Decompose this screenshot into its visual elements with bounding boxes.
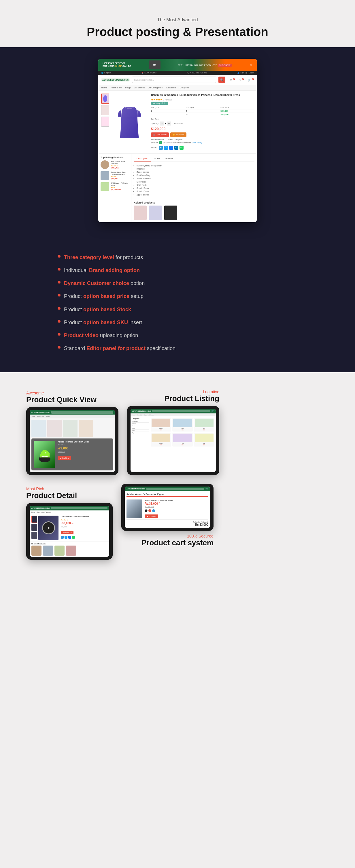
detail-thumb-1[interactable] — [31, 516, 37, 523]
related-item-2[interactable] — [149, 206, 162, 220]
selling-name-3: JMJ Figure - 75 Pirate Island... — [111, 182, 129, 187]
grid-price-4: $65 — [152, 444, 170, 446]
cat-1[interactable]: Electronics — [132, 420, 149, 423]
message-seller-btn[interactable]: Message Seller — [151, 102, 254, 104]
detail-rel-4[interactable] — [66, 546, 76, 556]
nav-blogs[interactable]: Blogs — [125, 86, 131, 89]
highlight-7: Product video — [64, 333, 98, 338]
product-detail-tablet: ACTIVE ECOMMERCE CMS Home > Electronics … — [26, 503, 113, 560]
feature-7: Product video uploading option — [58, 332, 297, 339]
wishlist-icon-group[interactable]: ♡ 0 — [239, 78, 244, 82]
qv-modal-btn[interactable]: ▶ Buy Now — [58, 456, 71, 460]
quick-view-modal: Adidas Running Shoe New Color ★★★★☆ ৳79,… — [31, 438, 113, 470]
share-whatsapp-button[interactable]: W — [179, 146, 183, 150]
color-red[interactable] — [148, 509, 151, 512]
share-linkedin-button[interactable]: in — [174, 146, 178, 150]
bullet-8 — [58, 346, 60, 349]
color-black[interactable] — [145, 509, 148, 512]
cat-5[interactable]: Home — [132, 430, 149, 432]
share-facebook-button[interactable]: f — [169, 146, 173, 150]
buy-now-button[interactable]: ⚡ Buy Now — [170, 132, 186, 137]
quantity-label: Quantity — [151, 122, 158, 124]
quantity-decrease[interactable]: - — [160, 122, 164, 126]
normal-1: for products — [116, 254, 143, 260]
grid-item-3[interactable]: Bag $89 — [194, 418, 214, 432]
grid-item-2[interactable]: Shirt $45 — [172, 418, 193, 432]
search-input[interactable]: I am shopping for... — [132, 76, 216, 83]
cat-3[interactable]: Sports — [132, 425, 149, 427]
nav-coupons[interactable]: Coupons — [180, 86, 189, 89]
share-email-button[interactable]: ✉ — [159, 146, 163, 150]
quick-view-label-small: Awesome — [26, 391, 96, 395]
cart-icon-group[interactable]: 🛒 0 — [248, 78, 254, 82]
share-twitter-button[interactable]: 𝕏 — [164, 146, 168, 150]
cart-item: Adidas Women's D-rose for Figure Rs.33,0… — [126, 498, 208, 520]
detail-thumb-2[interactable] — [31, 524, 37, 531]
detail-share-in[interactable] — [68, 536, 71, 539]
add-to-compare[interactable]: Add to compare — [168, 138, 182, 141]
normal-6b: insert — [129, 319, 142, 325]
header-section: The Most Advanced Product posting & Pres… — [0, 0, 355, 47]
bottom-row: Most Rich Product Detail ACTIVE ECOMMERC… — [26, 484, 329, 560]
search-button[interactable]: 🔍 — [218, 76, 225, 83]
view-policy-link[interactable]: View Policy — [192, 142, 202, 144]
detail-rel-1[interactable] — [31, 546, 41, 556]
quantity-increase[interactable]: + — [167, 122, 171, 126]
nav-all-categories[interactable]: All Categories — [148, 86, 163, 89]
col-min-qty: Min QTY — [151, 106, 184, 108]
product-listing-label-small: Lucrative — [164, 390, 219, 394]
related-item-1[interactable] — [134, 206, 147, 220]
nav-all-brands[interactable]: All Brands — [134, 86, 145, 89]
share-label: Share: — [151, 147, 157, 149]
related-item-3[interactable] — [164, 206, 177, 220]
detail-share-wa[interactable] — [72, 536, 75, 539]
qv-nav: Home Flash Sale Blogs — [30, 414, 115, 418]
cat-4[interactable]: Books — [132, 427, 149, 430]
detail-rel-3[interactable] — [55, 546, 64, 556]
grid-item-4[interactable]: Shoes $65 — [151, 433, 171, 446]
color-blue[interactable] — [152, 509, 155, 512]
add-to-cart-button[interactable]: 🛒 Add to cart — [151, 132, 169, 137]
detail-share-fb[interactable] — [61, 536, 64, 539]
selling-name-1: Nixon Men's Grand Stainless... — [111, 160, 129, 165]
ad-text-left: LIFE ISN'T PERFECT BUT YOUR SHOP CAN BE — [102, 62, 131, 68]
detail-share-tw[interactable] — [64, 536, 67, 539]
grid-item-5[interactable]: T-Shirt $35 — [172, 433, 193, 446]
nav-all-sellers[interactable]: All Sellers — [166, 86, 176, 89]
normal-5a: Product — [64, 307, 83, 312]
thumbnail-1[interactable] — [101, 94, 109, 104]
quick-view-screen: ACTIVE ECOMMERCE CMS Home Flash Sale Blo… — [30, 410, 115, 472]
search-placeholder: I am shopping for... — [134, 79, 154, 81]
nav-flash-sale[interactable]: Flash Sale — [111, 86, 122, 89]
desc-item-7: Crew Neck — [137, 183, 255, 187]
grid-item-6[interactable]: Hat $25 — [194, 433, 214, 446]
row1-price: $ 70,000 — [220, 110, 254, 112]
close-icon[interactable]: ✕ — [249, 63, 253, 67]
normal-4b: setup — [131, 293, 144, 299]
thumbnail-2[interactable] — [101, 105, 109, 115]
thumbnail-3[interactable] — [101, 117, 109, 127]
grid-item-1[interactable]: Watch $120 — [151, 418, 171, 432]
tab-reviews[interactable]: reviews — [162, 156, 176, 161]
compare-icon-group[interactable]: ⚖ 0 — [230, 78, 235, 82]
detail-add-cart-btn[interactable]: Add to Cart — [61, 531, 73, 534]
tab-description[interactable]: Description — [134, 156, 151, 161]
product-title: Calvin Klein Women's Scuba Sleeveless Pr… — [151, 94, 254, 97]
cart-subtotal-label: Subtotal (1 item): — [126, 521, 208, 523]
cart-icons-group: ⚖ 0 ♡ 0 🛒 0 — [230, 78, 254, 82]
guarantee-text: 30 Days Cash Back Guarantee — [163, 142, 191, 144]
selling-item-1: Nixon Men's Grand Stainless... ★★★★★ $45… — [100, 160, 129, 169]
tab-video[interactable]: Video — [151, 156, 162, 161]
detail-related: Related Products — [30, 541, 109, 557]
product-stars: ★★★★★ 1 reviews — [151, 98, 254, 101]
cart-buy-btn[interactable]: ▶ Buy Now — [145, 515, 158, 518]
cat-2[interactable]: Fashion — [132, 423, 149, 425]
add-to-wishlist[interactable]: Add to wishlist — [151, 138, 164, 141]
cat-6[interactable]: Toys — [132, 432, 149, 434]
nav-home[interactable]: Home — [101, 86, 107, 89]
detail-rel-2[interactable] — [43, 546, 53, 556]
detail-thumb-3[interactable] — [31, 532, 37, 539]
qty-per-label: Buy Per: — [151, 118, 254, 120]
bullet-3 — [58, 281, 60, 284]
quantity-control[interactable]: - 1 + — [160, 122, 171, 126]
